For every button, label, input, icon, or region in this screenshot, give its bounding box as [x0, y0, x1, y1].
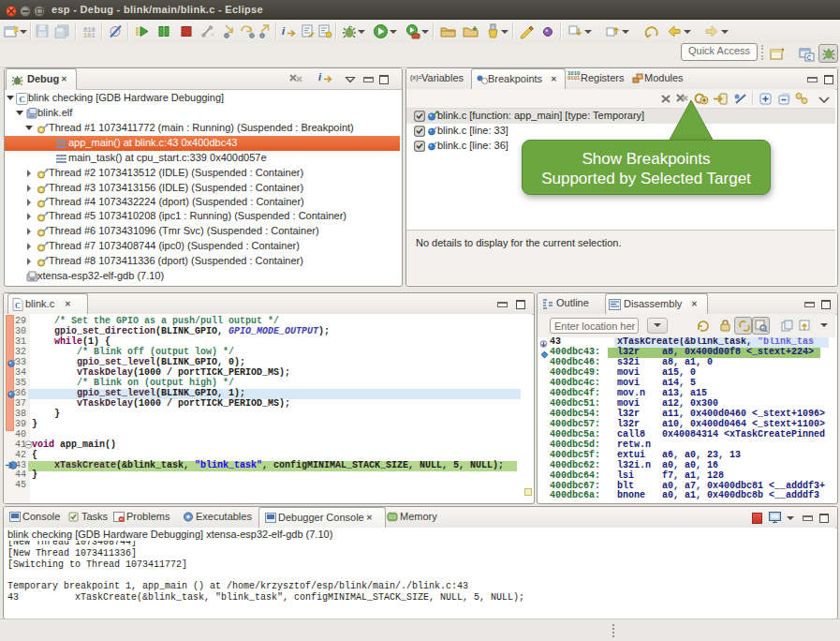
svg-text:C: C	[807, 54, 812, 61]
svg-text:C: C	[15, 302, 21, 310]
svg-text:101: 101	[83, 32, 96, 38]
svg-text:C: C	[19, 95, 25, 104]
